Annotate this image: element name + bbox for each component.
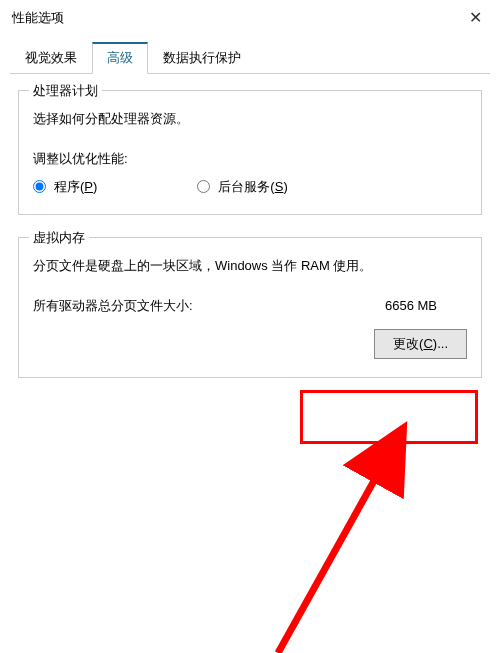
radio-background-input[interactable] xyxy=(197,180,210,193)
window-title: 性能选项 xyxy=(12,9,64,27)
vm-total-row: 所有驱动器总分页文件大小: 6656 MB xyxy=(33,297,467,315)
tab-strip: 视觉效果 高级 数据执行保护 xyxy=(10,42,490,74)
tab-visual-effects[interactable]: 视觉效果 xyxy=(10,42,92,73)
vm-button-row: 更改(C)... xyxy=(33,329,467,359)
tab-advanced[interactable]: 高级 xyxy=(92,42,148,74)
close-icon[interactable]: ✕ xyxy=(463,8,488,28)
processor-group-title: 处理器计划 xyxy=(29,82,102,100)
radio-row: 程序(P) 后台服务(S) xyxy=(33,178,467,196)
content-area: 处理器计划 选择如何分配处理器资源。 调整以优化性能: 程序(P) 后台服务(S… xyxy=(0,74,500,378)
vm-total-label: 所有驱动器总分页文件大小: xyxy=(33,297,193,315)
vm-total-value: 6656 MB xyxy=(385,298,467,313)
virtual-memory-group: 虚拟内存 分页文件是硬盘上的一块区域，Windows 当作 RAM 使用。 所有… xyxy=(18,237,482,378)
radio-background[interactable]: 后台服务(S) xyxy=(197,178,287,196)
radio-background-label: 后台服务(S) xyxy=(218,178,287,196)
radio-programs-label: 程序(P) xyxy=(54,178,97,196)
vm-group-title: 虚拟内存 xyxy=(29,229,89,247)
radio-programs[interactable]: 程序(P) xyxy=(33,178,97,196)
svg-line-0 xyxy=(278,470,380,653)
processor-desc: 选择如何分配处理器资源。 xyxy=(33,109,467,130)
radio-programs-input[interactable] xyxy=(33,180,46,193)
processor-scheduling-group: 处理器计划 选择如何分配处理器资源。 调整以优化性能: 程序(P) 后台服务(S… xyxy=(18,90,482,215)
annotation-highlight xyxy=(300,390,478,444)
tab-dep[interactable]: 数据执行保护 xyxy=(148,42,256,73)
titlebar: 性能选项 ✕ xyxy=(0,0,500,34)
adjust-label: 调整以优化性能: xyxy=(33,150,467,168)
change-button[interactable]: 更改(C)... xyxy=(374,329,467,359)
vm-desc: 分页文件是硬盘上的一块区域，Windows 当作 RAM 使用。 xyxy=(33,256,467,277)
